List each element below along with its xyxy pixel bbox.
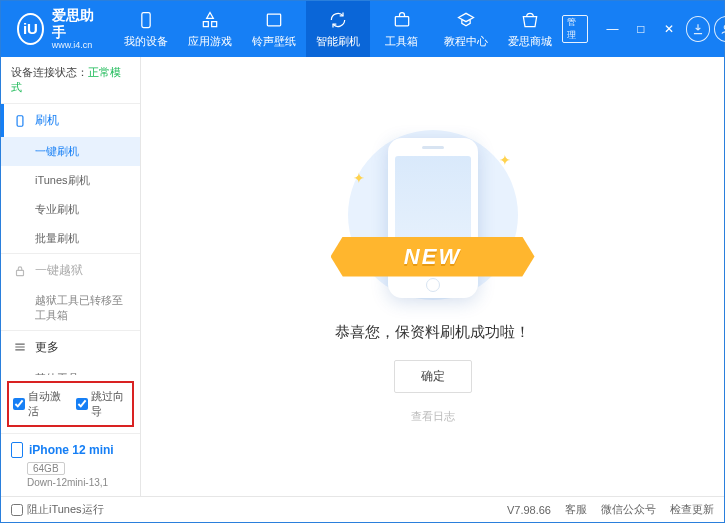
apps-icon (200, 10, 220, 30)
chk-block-itunes[interactable]: 阻止iTunes运行 (11, 502, 104, 517)
chk-label: 阻止iTunes运行 (27, 502, 104, 517)
main-nav: 我的设备 应用游戏 铃声壁纸 智能刷机 工具箱 教程中心 爱思商城 (114, 1, 562, 57)
maximize-icon[interactable]: □ (629, 16, 653, 42)
nav-flash[interactable]: 智能刷机 (306, 1, 370, 57)
svg-rect-1 (267, 14, 280, 26)
illustration: ✦ ✦ NEW (343, 130, 523, 305)
wechat-link[interactable]: 微信公众号 (601, 502, 656, 517)
connection-state: 设备连接状态：正常模式 (1, 57, 140, 104)
nav-store[interactable]: 爱思商城 (498, 1, 562, 57)
sparkle-icon: ✦ (353, 170, 365, 186)
statusbar: 阻止iTunes运行 V7.98.66 客服 微信公众号 检查更新 (1, 496, 724, 522)
sidebar-head-label: 刷机 (35, 112, 59, 129)
device-card[interactable]: iPhone 12 mini 64GB Down-12mini-13,1 (1, 433, 140, 496)
close-icon[interactable]: ✕ (657, 16, 681, 42)
confirm-button[interactable]: 确定 (394, 360, 472, 393)
nav-tutorials[interactable]: 教程中心 (434, 1, 498, 57)
support-link[interactable]: 客服 (565, 502, 587, 517)
vip-badge[interactable]: 管理 (562, 15, 589, 43)
app-window: iU 爱思助手 www.i4.cn 我的设备 应用游戏 铃声壁纸 智能刷机 工具… (0, 0, 725, 523)
checkbox-input[interactable] (13, 398, 25, 410)
svg-rect-5 (17, 270, 24, 275)
window-controls: 管理 — □ ✕ (562, 15, 725, 43)
user-icon[interactable] (714, 16, 725, 42)
chk-label: 跳过向导 (91, 389, 129, 419)
svg-rect-2 (395, 16, 408, 25)
sidebar-item-pro[interactable]: 专业刷机 (1, 195, 140, 224)
nav-label: 爱思商城 (508, 34, 552, 49)
jailbreak-note: 越狱工具已转移至工具箱 (1, 287, 140, 330)
option-checkboxes: 自动激活 跳过向导 (7, 381, 134, 427)
sidebar-head-flash[interactable]: 刷机 (1, 104, 140, 137)
toolbox-icon (392, 10, 412, 30)
nav-label: 我的设备 (124, 34, 168, 49)
nav-label: 智能刷机 (316, 34, 360, 49)
store-icon (520, 10, 540, 30)
sidebar-head-more[interactable]: 更多 (1, 331, 140, 364)
sidebar-item-itunes[interactable]: iTunes刷机 (1, 166, 140, 195)
nav-label: 教程中心 (444, 34, 488, 49)
check-update-link[interactable]: 检查更新 (670, 502, 714, 517)
body: 设备连接状态：正常模式 刷机 一键刷机 iTunes刷机 专业刷机 批量刷机 一… (1, 57, 724, 496)
checkbox-input[interactable] (76, 398, 88, 410)
version-label: V7.98.66 (507, 504, 551, 516)
conn-label: 设备连接状态： (11, 66, 88, 78)
nav-toolbox[interactable]: 工具箱 (370, 1, 434, 57)
nav-apps[interactable]: 应用游戏 (178, 1, 242, 57)
sparkle-icon: ✦ (499, 152, 511, 168)
nav-label: 铃声壁纸 (252, 34, 296, 49)
sidebar-head-label: 一键越狱 (35, 262, 83, 279)
nav-my-device[interactable]: 我的设备 (114, 1, 178, 57)
view-log-link[interactable]: 查看日志 (411, 409, 455, 424)
logo-area: iU 爱思助手 www.i4.cn (1, 7, 114, 51)
app-url: www.i4.cn (52, 40, 98, 51)
checkbox-input[interactable] (11, 504, 23, 516)
device-model: Down-12mini-13,1 (27, 477, 130, 488)
sidebar-item-other[interactable]: 其他工具 (1, 364, 140, 375)
minimize-icon[interactable]: — (600, 16, 624, 42)
logo-text: 爱思助手 www.i4.cn (52, 7, 98, 51)
svg-rect-0 (141, 12, 149, 27)
sidebar-item-batch[interactable]: 批量刷机 (1, 224, 140, 253)
nav-label: 工具箱 (385, 34, 418, 49)
success-message: 恭喜您，保资料刷机成功啦！ (335, 323, 530, 342)
device-name: iPhone 12 mini (11, 442, 130, 458)
device-capacity: 64GB (27, 462, 65, 475)
download-icon[interactable] (686, 16, 711, 42)
sidebar-head-label: 更多 (35, 339, 59, 356)
sidebar: 设备连接状态：正常模式 刷机 一键刷机 iTunes刷机 专业刷机 批量刷机 一… (1, 57, 141, 496)
chk-skip-guide[interactable]: 跳过向导 (76, 389, 129, 419)
sidebar-head-jailbreak: 一键越狱 (1, 254, 140, 287)
nav-label: 应用游戏 (188, 34, 232, 49)
phone-icon (136, 10, 156, 30)
tutorial-icon (456, 10, 476, 30)
sidebar-item-oneclick[interactable]: 一键刷机 (1, 137, 140, 166)
chk-label: 自动激活 (28, 389, 66, 419)
wallpaper-icon (264, 10, 284, 30)
refresh-icon (328, 10, 348, 30)
chk-auto-activate[interactable]: 自动激活 (13, 389, 66, 419)
app-name: 爱思助手 (52, 7, 98, 41)
nav-ringtones[interactable]: 铃声壁纸 (242, 1, 306, 57)
content-area: ✦ ✦ NEW 恭喜您，保资料刷机成功啦！ 确定 查看日志 (141, 57, 724, 496)
new-ribbon: NEW (331, 237, 535, 277)
titlebar: iU 爱思助手 www.i4.cn 我的设备 应用游戏 铃声壁纸 智能刷机 工具… (1, 1, 724, 57)
svg-rect-4 (17, 115, 23, 126)
logo-icon: iU (17, 13, 44, 45)
